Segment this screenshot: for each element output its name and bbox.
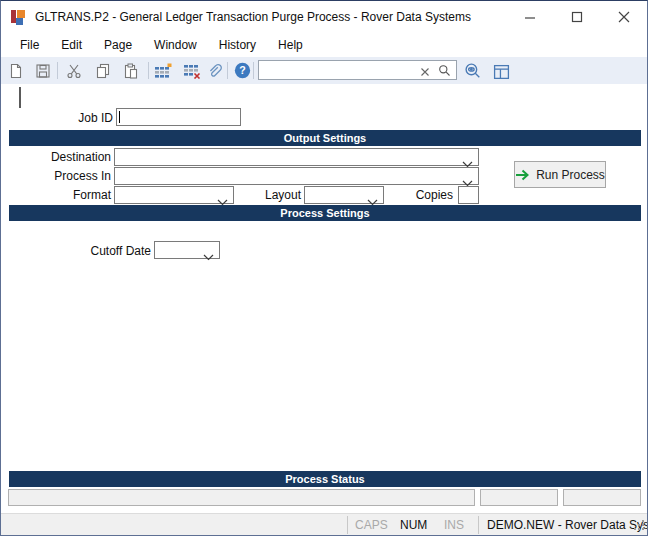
chevron-down-icon: [203, 247, 214, 265]
menu-bar: File Edit Page Window History Help: [1, 33, 647, 57]
toolbar-separator: [253, 62, 254, 79]
section-output-settings: Output Settings: [9, 130, 641, 146]
status-value-field: [563, 489, 641, 506]
statusbar-separator: [478, 516, 479, 534]
resize-grip[interactable]: [634, 520, 645, 534]
copy-icon: [95, 63, 111, 79]
cutoff-date-select[interactable]: [154, 241, 220, 259]
lookup-button[interactable]: [462, 60, 484, 81]
window-title: GLTRANS.P2 - General Ledger Transaction …: [35, 10, 471, 24]
destination-select[interactable]: [114, 148, 479, 166]
job-id-input[interactable]: [116, 108, 241, 126]
app-window: GLTRANS.P2 - General Ledger Transaction …: [0, 0, 648, 536]
search-icon[interactable]: [438, 63, 451, 81]
lookup-eye-icon: [464, 62, 483, 80]
cutoff-date-label: Cutoff Date: [1, 244, 151, 258]
cut-icon: [66, 63, 82, 79]
toolbar-search: [258, 60, 457, 80]
job-id-label: Job ID: [1, 111, 113, 125]
paperclip-icon: [206, 63, 222, 79]
format-label: Format: [1, 188, 111, 202]
status-message-field: [8, 489, 475, 506]
copies-input[interactable]: [458, 186, 479, 204]
app-icon: [11, 9, 27, 25]
copies-label: Copies: [353, 188, 453, 202]
paste-icon: [123, 63, 139, 79]
status-value-field: [480, 489, 558, 506]
help-icon: ?: [234, 62, 251, 79]
save-icon: [35, 63, 51, 79]
add-record-button[interactable]: [152, 60, 174, 81]
menu-page[interactable]: Page: [93, 34, 143, 56]
paste-button[interactable]: [120, 60, 142, 81]
process-in-label: Process In: [1, 169, 111, 183]
toolbar-separator: [57, 62, 58, 79]
destination-label: Destination: [1, 150, 111, 164]
statusbar-separator: [347, 516, 348, 534]
save-button[interactable]: [32, 60, 54, 81]
add-record-icon: [154, 63, 172, 79]
form-area: Job ID Output Settings Destination Proce…: [1, 84, 647, 513]
num-lock-indicator: NUM: [400, 518, 427, 532]
toolbar-separator: [227, 62, 228, 79]
process-in-select[interactable]: [114, 167, 479, 185]
menu-file[interactable]: File: [9, 34, 50, 56]
menu-window[interactable]: Window: [143, 34, 208, 56]
layout-icon: [493, 64, 510, 80]
section-process-settings: Process Settings: [9, 205, 641, 221]
caps-lock-indicator: CAPS: [355, 518, 388, 532]
toolbar-separator: [148, 62, 149, 79]
input-caret: [119, 111, 120, 123]
minimize-icon: [524, 11, 536, 23]
attachments-button[interactable]: [203, 60, 225, 81]
cut-button[interactable]: [63, 60, 85, 81]
section-process-status: Process Status: [9, 471, 641, 487]
delete-record-icon: [183, 63, 201, 79]
minimize-button[interactable]: [506, 1, 553, 33]
search-clear-icon[interactable]: [420, 63, 430, 81]
maximize-button[interactable]: [553, 1, 600, 33]
menu-edit[interactable]: Edit: [50, 34, 93, 56]
maximize-icon: [571, 11, 583, 23]
delete-record-button[interactable]: [181, 60, 203, 81]
insert-mode-indicator: INS: [444, 518, 464, 532]
menu-help[interactable]: Help: [267, 34, 314, 56]
menu-history[interactable]: History: [208, 34, 267, 56]
svg-text:?: ?: [239, 64, 245, 76]
status-bar: CAPS NUM INS DEMO.NEW - Rover Data Syste…: [1, 513, 647, 536]
connection-info: DEMO.NEW - Rover Data Systems: [487, 518, 648, 532]
help-button[interactable]: ?: [231, 60, 253, 81]
run-process-button[interactable]: Run Process: [514, 161, 606, 188]
run-arrow-icon: [515, 169, 530, 181]
new-document-button[interactable]: [5, 60, 27, 81]
copy-button[interactable]: [92, 60, 114, 81]
new-document-icon: [8, 63, 24, 79]
close-button[interactable]: [600, 1, 647, 33]
close-icon: [618, 11, 630, 23]
layout-view-button[interactable]: [490, 61, 512, 82]
text-cursor: [19, 87, 21, 108]
toolbar-search-input[interactable]: [262, 61, 422, 79]
title-bar: GLTRANS.P2 - General Ledger Transaction …: [1, 1, 647, 33]
layout-label: Layout: [201, 188, 301, 202]
